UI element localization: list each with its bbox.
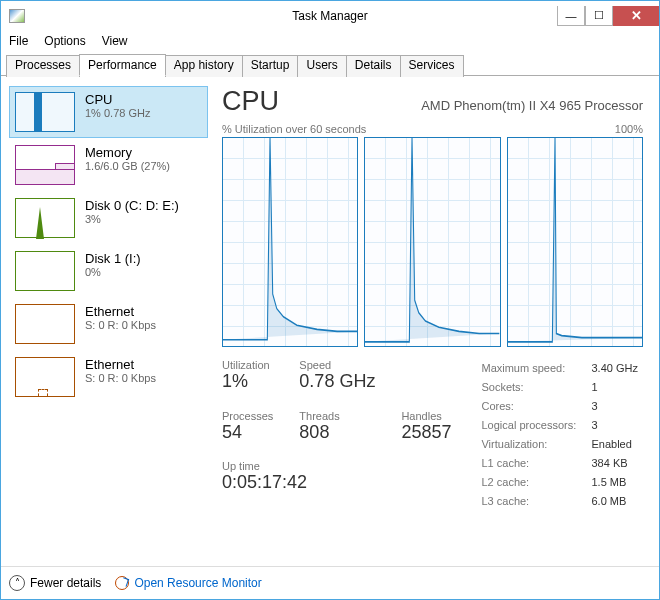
tab-services[interactable]: Services bbox=[400, 55, 464, 77]
menubar: File Options View bbox=[1, 31, 659, 51]
detail-subtitle: AMD Phenom(tm) II X4 965 Processor bbox=[421, 98, 643, 113]
graph-axis-labels: % Utilization over 60 seconds 100% bbox=[222, 123, 643, 135]
core-graph-1 bbox=[364, 137, 500, 347]
sidebar-item-cpu[interactable]: CPU 1% 0.78 GHz bbox=[9, 86, 208, 138]
sidebar-item-label: CPU bbox=[85, 92, 150, 107]
open-resource-monitor-link[interactable]: Open Resource Monitor bbox=[115, 576, 261, 590]
sidebar-item-sub: 1% 0.78 GHz bbox=[85, 107, 150, 119]
stat-speed: Speed 0.78 GHz bbox=[299, 359, 375, 400]
core-graph-0 bbox=[222, 137, 358, 347]
sidebar-item-ethernet-0[interactable]: Ethernet S: 0 R: 0 Kbps bbox=[9, 298, 208, 350]
sidebar-item-disk-0[interactable]: Disk 0 (C: D: E:) 3% bbox=[9, 192, 208, 244]
stat-row: Virtualization:Enabled bbox=[481, 435, 637, 454]
disk-thumb-icon bbox=[15, 198, 75, 238]
stat-row: Cores:3 bbox=[481, 397, 637, 416]
stat-row: L1 cache:384 KB bbox=[481, 454, 637, 473]
tab-performance[interactable]: Performance bbox=[79, 54, 166, 76]
sidebar-item-label: Disk 1 (I:) bbox=[85, 251, 141, 266]
stat-threads: Threads 808 bbox=[299, 410, 375, 451]
stat-row: Maximum speed:3.40 GHz bbox=[481, 359, 637, 378]
sidebar-item-sub: S: 0 R: 0 Kbps bbox=[85, 319, 156, 331]
sidebar-item-disk-1[interactable]: Disk 1 (I:) 0% bbox=[9, 245, 208, 297]
minimize-button[interactable]: — bbox=[557, 6, 585, 26]
menu-options[interactable]: Options bbox=[44, 34, 85, 48]
titlebar: Task Manager — ☐ ✕ bbox=[1, 1, 659, 31]
stat-handles: Handles 25857 bbox=[401, 410, 451, 451]
sidebar-item-sub: S: 0 R: 0 Kbps bbox=[85, 372, 156, 384]
graph-label-left: % Utilization over 60 seconds bbox=[222, 123, 366, 135]
main-panel: CPU AMD Phenom(tm) II X4 965 Processor %… bbox=[210, 76, 659, 566]
detail-header: CPU AMD Phenom(tm) II X4 965 Processor bbox=[222, 86, 643, 117]
sidebar-item-sub: 1.6/6.0 GB (27%) bbox=[85, 160, 170, 172]
tab-app-history[interactable]: App history bbox=[165, 55, 243, 77]
stats-left: Utilization 1% Speed 0.78 GHz Processes … bbox=[222, 359, 451, 511]
cpu-core-graphs bbox=[222, 137, 643, 347]
stat-row: Logical processors:3 bbox=[481, 416, 637, 435]
ethernet-thumb-icon bbox=[15, 304, 75, 344]
tabstrip: Processes Performance App history Startu… bbox=[1, 53, 659, 76]
graph-label-right: 100% bbox=[615, 123, 643, 135]
window-controls: — ☐ ✕ bbox=[557, 6, 659, 26]
sidebar-item-sub: 0% bbox=[85, 266, 141, 278]
stat-utilization: Utilization 1% bbox=[222, 359, 273, 400]
ethernet-thumb-icon bbox=[15, 357, 75, 397]
fewer-details-button[interactable]: ˄ Fewer details bbox=[9, 575, 101, 591]
disk-thumb-icon bbox=[15, 251, 75, 291]
tab-startup[interactable]: Startup bbox=[242, 55, 299, 77]
chevron-up-icon: ˄ bbox=[9, 575, 25, 591]
content: CPU 1% 0.78 GHz Memory 1.6/6.0 GB (27%) … bbox=[1, 76, 659, 566]
maximize-button[interactable]: ☐ bbox=[585, 6, 613, 26]
stat-row: Sockets:1 bbox=[481, 378, 637, 397]
detail-title: CPU bbox=[222, 86, 279, 117]
stat-uptime: Up time 0:05:17:42 bbox=[222, 460, 451, 501]
cpu-thumb-icon bbox=[15, 92, 75, 132]
sidebar-item-ethernet-1[interactable]: Ethernet S: 0 R: 0 Kbps bbox=[9, 351, 208, 403]
tab-details[interactable]: Details bbox=[346, 55, 401, 77]
app-icon bbox=[9, 9, 25, 23]
tab-users[interactable]: Users bbox=[297, 55, 346, 77]
menu-file[interactable]: File bbox=[9, 34, 28, 48]
stat-row: L2 cache:1.5 MB bbox=[481, 473, 637, 492]
memory-thumb-icon bbox=[15, 145, 75, 185]
resource-monitor-icon bbox=[115, 576, 129, 590]
footer: ˄ Fewer details Open Resource Monitor bbox=[1, 566, 659, 598]
sidebar-item-memory[interactable]: Memory 1.6/6.0 GB (27%) bbox=[9, 139, 208, 191]
stat-processes: Processes 54 bbox=[222, 410, 273, 451]
sidebar: CPU 1% 0.78 GHz Memory 1.6/6.0 GB (27%) … bbox=[1, 76, 210, 566]
sidebar-item-label: Disk 0 (C: D: E:) bbox=[85, 198, 179, 213]
close-button[interactable]: ✕ bbox=[613, 6, 659, 26]
sidebar-item-sub: 3% bbox=[85, 213, 179, 225]
tab-processes[interactable]: Processes bbox=[6, 55, 80, 77]
core-graph-2 bbox=[507, 137, 643, 347]
sidebar-item-label: Memory bbox=[85, 145, 170, 160]
sidebar-item-label: Ethernet bbox=[85, 304, 156, 319]
menu-view[interactable]: View bbox=[102, 34, 128, 48]
stats: Utilization 1% Speed 0.78 GHz Processes … bbox=[222, 359, 643, 511]
stat-row: L3 cache:6.0 MB bbox=[481, 492, 637, 511]
window-title: Task Manager bbox=[292, 9, 367, 23]
stats-right: Maximum speed:3.40 GHz Sockets:1 Cores:3… bbox=[481, 359, 637, 511]
sidebar-item-label: Ethernet bbox=[85, 357, 156, 372]
